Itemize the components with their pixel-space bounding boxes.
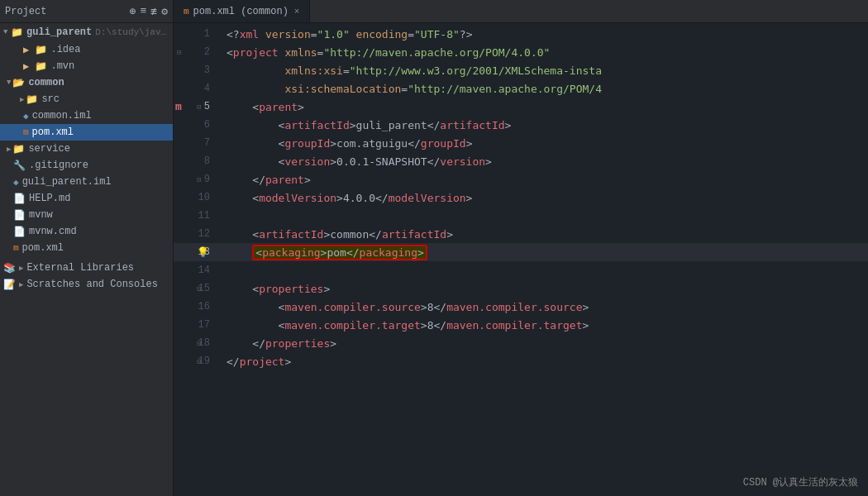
sidebar-item-src[interactable]: ▶ 📁 src [0, 91, 173, 107]
code-line-2: <project xmlns="http://maven.apache.org/… [217, 43, 868, 61]
scratches-arrow: ▶ [19, 280, 23, 289]
line-num-1: 1 [204, 28, 210, 40]
code-line-3: xmlns:xsi="http://www.w3.org/2001/XMLSch… [217, 61, 868, 79]
idea-label: .idea [50, 44, 80, 55]
code-line-4: xsi:schemaLocation="http://maven.apache.… [217, 79, 868, 98]
gutter-line-8: 8 [174, 152, 217, 170]
sidebar-item-service[interactable]: ▶ 📁 service [0, 141, 173, 157]
mvnw-icon: 📄 [13, 209, 26, 222]
src-folder-icon: 📁 [26, 93, 38, 106]
sidebar-item-help[interactable]: 📄 HELP.md [0, 190, 173, 207]
line-gutter: 1 ⊟ 2 3 4 m ⊟ 5 [174, 23, 217, 496]
sidebar-item-guli-iml[interactable]: ◆ guli_parent.iml [0, 174, 173, 190]
sidebar-item-root-pom[interactable]: m pom.xml [0, 240, 173, 256]
sidebar-item-ext-lib[interactable]: 📚 ▶ External Libraries [0, 260, 173, 276]
sidebar-item-common[interactable]: ▼ 📂 common [0, 74, 173, 91]
sidebar-item-mvnw[interactable]: 📄 mvnw [0, 207, 173, 223]
tab-close-icon[interactable]: × [294, 7, 300, 17]
pom-xml-label: pom.xml [32, 126, 74, 138]
code-line-15: <properties> [217, 279, 868, 298]
line-num-4: 4 [204, 83, 210, 94]
line-num-2: 2 [204, 46, 210, 58]
settings-icon[interactable]: ⚙ [161, 5, 168, 18]
lightbulb-13: 💡 [197, 246, 209, 259]
guli-iml-label: guli_parent.iml [22, 176, 112, 188]
guli-iml-icon: ◆ [13, 177, 19, 188]
code-line-16: <maven.compiler.source>8</maven.compiler… [217, 298, 868, 316]
sidebar-item-common-iml[interactable]: ◆ common.iml [0, 107, 173, 124]
mvn-label: .mvn [50, 60, 74, 72]
line-num-5: 5 [204, 101, 210, 112]
sidebar: ▼ 📁 guli_parent D:\study\java\code ▶ 📁 .… [0, 23, 174, 496]
src-label: src [41, 93, 60, 105]
gutter-line-10: 10 [174, 188, 217, 207]
mvnw-cmd-icon: 📄 [13, 226, 26, 238]
code-line-12: <artifactId>common</artifactId> [217, 225, 868, 243]
code-content[interactable]: <?xml version="1.0" encoding="UTF-8"?> <… [217, 23, 868, 496]
tab-pom-xml[interactable]: m pom.xml (common) × [174, 0, 310, 22]
tab-file-icon: m [184, 7, 189, 17]
scratches-icon: 📝 [3, 279, 16, 291]
gutter-line-12: 12 [174, 225, 217, 243]
code-line-11 [217, 207, 868, 225]
gutter-line-9: ⊟ 9 [174, 170, 217, 188]
main-layout: ▼ 📁 guli_parent D:\study\java\code ▶ 📁 .… [0, 23, 868, 496]
iml-icon: ◆ [23, 111, 29, 122]
mvnw-label: mvnw [29, 209, 53, 221]
help-icon: 📄 [13, 193, 26, 205]
sidebar-item-gitignore[interactable]: 🔧 .gitignore [0, 157, 173, 174]
code-line-7: <groupId>com.atguigu</groupId> [217, 134, 868, 152]
root-pom-icon: m [13, 243, 19, 253]
root-pom-label: pom.xml [22, 242, 64, 254]
gitignore-label: .gitignore [29, 160, 88, 171]
tab-bar: m pom.xml (common) × [174, 0, 868, 22]
project-toolbar-icons: ⊕ ≡ ≢ ⚙ [130, 5, 168, 18]
scratches-label: Scratches and Consoles [26, 279, 157, 290]
gutter-line-16: 16 [174, 298, 217, 316]
code-line-6: <artifactId>guli_parent</artifactId> [217, 116, 868, 134]
gutter-line-14: 14 [174, 261, 217, 279]
sidebar-item-scratches[interactable]: 📝 ▶ Scratches and Consoles [0, 276, 173, 293]
root-label: guli_parent [26, 26, 92, 38]
sidebar-item-mvnw-cmd[interactable]: 📄 mvnw.cmd [0, 223, 173, 240]
service-folder-icon: 📁 [12, 143, 25, 155]
common-iml-label: common.iml [32, 110, 92, 122]
sidebar-item-pom-xml[interactable]: m pom.xml [0, 124, 173, 141]
project-panel-label[interactable]: Project [5, 6, 46, 17]
gutter-line-2: ⊟ 2 [174, 43, 217, 61]
add-icon[interactable]: ⊕ [130, 5, 136, 18]
gutter-line-7: 7 [174, 134, 217, 152]
root-arrow-icon: ▼ [3, 28, 11, 36]
code-line-1: <?xml version="1.0" encoding="UTF-8"?> [217, 25, 868, 43]
sidebar-item-mvn[interactable]: ▶ 📁 .mvn [0, 58, 173, 74]
gutter-line-11: 11 [174, 207, 217, 225]
sidebar-item-idea[interactable]: ▶ 📁 .idea [0, 41, 173, 58]
gutter-line-15: ⊟ 15 [174, 279, 217, 298]
src-arrow: ▶ [20, 95, 24, 104]
watermark: CSDN @认真生活的灰太狼 [743, 475, 858, 489]
ext-lib-icon: 📚 [3, 262, 16, 274]
code-line-19: </project> [217, 352, 868, 370]
tree-root-item[interactable]: ▼ 📁 guli_parent D:\study\java\code [0, 23, 173, 41]
ext-lib-label: External Libraries [26, 262, 134, 274]
code-line-18: </properties> [217, 334, 868, 352]
list2-icon[interactable]: ≢ [150, 5, 157, 18]
gutter-line-18: ⊟ 18 [174, 334, 217, 352]
gutter-line-19: ⊟ 19 [174, 352, 217, 370]
editor-area: 1 ⊟ 2 3 4 m ⊟ 5 [174, 23, 868, 496]
bookmark-5: m [175, 101, 182, 113]
code-line-8: <version>0.0.1-SNAPSHOT</version> [217, 152, 868, 170]
folder-open-icon: 📂 [12, 77, 25, 89]
ext-lib-arrow: ▶ [19, 264, 23, 273]
tab-label: pom.xml (common) [193, 6, 289, 17]
line-num-3: 3 [204, 64, 210, 76]
gutter-line-3: 3 [174, 61, 217, 79]
folder-icon-mvn: ▶ 📁 [23, 60, 47, 73]
list-icon[interactable]: ≡ [141, 5, 147, 18]
code-line-10: <modelVersion>4.0.0</modelVersion> [217, 188, 868, 207]
root-path: D:\study\java\code [95, 27, 169, 37]
fold-15: ⊟ [197, 284, 201, 293]
fold-end-9: ⊟ [197, 175, 201, 184]
git-icon: 🔧 [13, 160, 26, 172]
service-label: service [28, 143, 69, 155]
